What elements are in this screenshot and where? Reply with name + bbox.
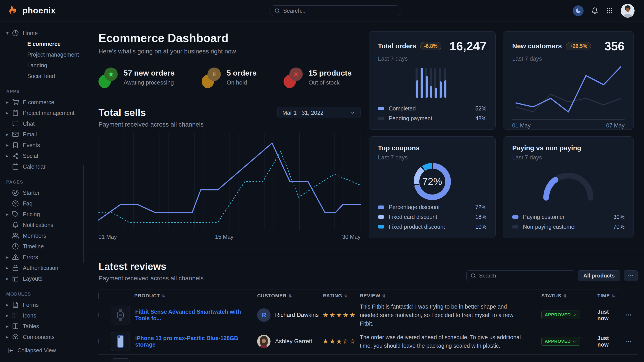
sidebar-item-label: Components: [23, 334, 54, 339]
grid-9-icon: [606, 7, 613, 14]
brand-logo[interactable]: phoenix: [0, 5, 56, 16]
column-header-product[interactable]: PRODUCT⇅: [134, 290, 254, 302]
bell-icon: [591, 7, 598, 14]
x-badge-icon: [284, 67, 303, 88]
column-header-time[interactable]: TIME⇅: [591, 290, 620, 302]
collapse-icon: [7, 348, 14, 354]
sidebar-item-faq[interactable]: Faq: [0, 198, 85, 209]
legend-swatch: [378, 225, 384, 229]
all-products-button[interactable]: All products: [578, 270, 620, 281]
main-content: Ecommerce Dashboard Here's what's going …: [85, 21, 644, 362]
reviews-table: PRODUCT⇅CUSTOMER⇅RATING⇅REVIEW⇅STATUS⇅TI…: [98, 290, 638, 362]
caret-right-icon: ▸: [6, 110, 12, 116]
column-header-customer[interactable]: CUSTOMER⇅: [254, 290, 319, 302]
global-search-input[interactable]: [283, 7, 396, 14]
more-options-button[interactable]: ⋯: [624, 270, 638, 281]
stat-value: 57 new orders: [124, 69, 175, 77]
sidebar-item-starter[interactable]: Starter: [0, 187, 85, 198]
sort-icon[interactable]: ⇅: [344, 294, 348, 298]
sidebar-item-social[interactable]: ▸ Social: [0, 150, 85, 161]
sidebar-subitem-landing[interactable]: Landing: [0, 60, 85, 71]
clipboard-icon: [12, 110, 19, 116]
sidebar-item-members[interactable]: Members: [0, 230, 85, 241]
sidebar-item-events[interactable]: ▸ Events: [0, 140, 85, 150]
total-orders-value: 16,247: [450, 39, 486, 53]
sort-icon[interactable]: ⇅: [162, 294, 165, 298]
row-more-button[interactable]: ⋯: [620, 328, 638, 355]
sidebar-item-calendar[interactable]: Calendar: [0, 161, 85, 172]
row-checkbox[interactable]: [98, 339, 99, 344]
product-thumbnail[interactable]: [111, 306, 130, 325]
orders-bar-chart: [416, 68, 449, 98]
legend-row: Fixed product discount 10%: [378, 222, 486, 232]
sidebar-item-project-management[interactable]: ▸ Project management: [0, 107, 85, 118]
sort-icon[interactable]: ⇅: [612, 294, 615, 298]
sidebar-item-e-commerce[interactable]: ▸ E commerce: [0, 97, 85, 107]
sidebar-item-layouts[interactable]: ▸ Layouts: [0, 273, 85, 284]
sidebar-item-icons[interactable]: ▸ Icons: [0, 310, 85, 321]
collapse-view-button[interactable]: Collapsed View: [0, 339, 85, 362]
customer-name: Richard Dawkins: [275, 312, 319, 318]
stat-value: 15 products: [308, 69, 352, 77]
user-avatar[interactable]: [621, 4, 634, 18]
sidebar-item-authentication[interactable]: ▸ Authentication: [0, 263, 85, 273]
legend-label: Pending payment: [389, 115, 432, 122]
legend-swatch: [378, 215, 384, 219]
sidebar-subitem-e-commerce[interactable]: E commerce: [0, 38, 85, 49]
sidebar-item-timeline[interactable]: Timeline: [0, 241, 85, 252]
reviews-search-input[interactable]: [479, 273, 570, 279]
caret-right-icon: ▸: [6, 265, 12, 271]
sidebar-item-label: Home: [23, 30, 38, 36]
card-period: Last 7 days: [512, 154, 624, 161]
column-header-status[interactable]: STATUS⇅: [534, 290, 590, 302]
nav-section-label: APPS: [0, 81, 85, 97]
product-link[interactable]: Fitbit Sense Advanced Smartwatch with To…: [135, 309, 241, 321]
sidebar-scrollbar[interactable]: [83, 165, 84, 263]
legend-label: Fixed product discount: [389, 224, 445, 230]
sort-icon[interactable]: ⇅: [288, 294, 292, 298]
notifications-button[interactable]: [591, 7, 598, 14]
select-all-checkbox[interactable]: [98, 293, 99, 299]
sidebar-item-email[interactable]: ▸ Email: [0, 129, 85, 140]
sidebar-subitem-project-management[interactable]: Project management: [0, 49, 85, 60]
table-row: Fitbit Sense Advanced Smartwatch with To…: [98, 302, 638, 328]
sort-icon[interactable]: ⇅: [382, 294, 386, 298]
sidebar-item-components[interactable]: ▸ Components: [0, 332, 85, 339]
sidebar-item-notifications[interactable]: Notifications: [0, 220, 85, 230]
pause-badge-icon: [202, 67, 221, 88]
sidebar-item-errors[interactable]: ▸ Errors: [0, 252, 85, 263]
product-link[interactable]: iPhone 13 pro max-Pacific Blue-128GB sto…: [135, 335, 238, 348]
sidebar-item-forms[interactable]: ▸ Forms: [0, 299, 85, 310]
theme-toggle-button[interactable]: [573, 5, 584, 16]
sidebar-item-tables[interactable]: ▸ Tables: [0, 321, 85, 332]
apps-menu-button[interactable]: [606, 7, 613, 14]
star-icon: [104, 67, 118, 81]
legend-row: Completed 52%: [378, 103, 486, 113]
sidebar-item-label: Social: [23, 153, 38, 159]
paying-legend: Paying customer 30% Non-paying customer …: [512, 212, 624, 232]
stat-awating-processing: 57 new orders Awating processing: [98, 67, 175, 88]
stat-on-hold: 5 orders On hold: [202, 67, 257, 88]
sidebar-subitem-label: Social feed: [27, 73, 55, 79]
compass-icon: [12, 189, 19, 196]
sidebar-item-home[interactable]: ▾ Home: [0, 28, 85, 38]
column-header-review[interactable]: REVIEW⇅: [355, 290, 534, 302]
sidebar-item-chat[interactable]: Chat: [0, 118, 85, 129]
reviews-search[interactable]: [466, 270, 574, 281]
product-thumbnail[interactable]: [111, 332, 130, 351]
sidebar-subitem-social-feed[interactable]: Social feed: [0, 71, 85, 81]
row-checkbox[interactable]: [98, 313, 99, 317]
row-more-button[interactable]: ⋯: [620, 302, 638, 328]
bell-icon: [12, 222, 19, 228]
legend-value: 52%: [475, 105, 486, 112]
column-header-rating[interactable]: RATING⇅: [320, 290, 355, 302]
trend-badge: -6.8%: [420, 42, 441, 50]
table-row: iPhone 13 pro max-Pacific Blue-128GB sto…: [98, 328, 638, 355]
product-thumbnail[interactable]: [111, 359, 130, 362]
sort-icon[interactable]: ⇅: [563, 294, 567, 298]
global-search[interactable]: [269, 5, 402, 16]
reviews-subtitle: Payment received across all channels: [98, 275, 204, 282]
date-range-select[interactable]: Mar 1 - 31, 2022: [277, 107, 360, 118]
review-time: Just now: [598, 335, 609, 348]
sidebar-item-pricing[interactable]: ▸ Pricing: [0, 209, 85, 220]
